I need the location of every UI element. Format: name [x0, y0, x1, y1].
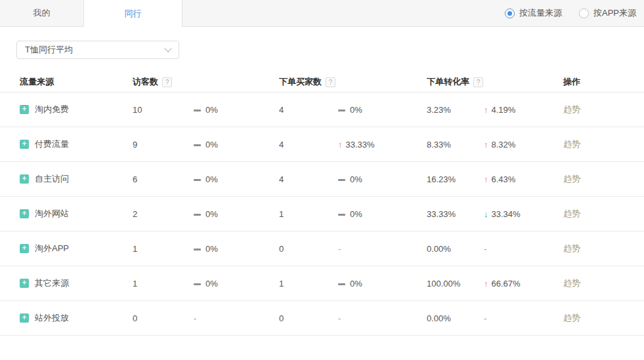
table-row: + 付费流量 9 0% 4 ↑33.33% 8.33% ↑8.32% 趋势: [0, 127, 644, 162]
conversion-value: 33.33%: [427, 209, 484, 219]
source-name: 淘内免费: [35, 104, 69, 115]
expand-plus-icon[interactable]: +: [20, 244, 29, 253]
buyers-value: 4: [279, 105, 338, 115]
visitors-value: 0: [133, 313, 194, 323]
table-row: + 淘内免费 10 0% 4 0% 3.23% ↑4.19% 趋势: [0, 92, 644, 127]
flat-change-icon: [194, 110, 201, 111]
tab-peers-label: 同行: [125, 8, 142, 20]
visitors-value: 10: [133, 105, 194, 115]
header-visitors: 访客数 ?: [133, 76, 279, 88]
action-cell: 趋势: [563, 312, 631, 324]
table-row: + 淘外网站 2 0% 1 0% 33.33% ↓33.34% 趋势: [0, 197, 644, 231]
help-icon[interactable]: ?: [473, 77, 483, 87]
visitors-value: 2: [133, 209, 194, 219]
table-body: + 淘内免费 10 0% 4 0% 3.23% ↑4.19% 趋势 + 付费流量…: [0, 92, 644, 336]
arrow-up-icon: ↑: [484, 279, 488, 289]
conversion-change: -: [484, 244, 563, 254]
expand-plus-icon[interactable]: +: [20, 209, 29, 218]
visitors-change: 0%: [194, 209, 279, 219]
visitors-change: 0%: [194, 174, 279, 184]
help-icon[interactable]: ?: [326, 77, 335, 87]
expand-plus-icon[interactable]: +: [20, 313, 29, 323]
expand-plus-icon[interactable]: +: [20, 105, 29, 114]
expand-plus-icon[interactable]: +: [20, 140, 29, 149]
tab-mine[interactable]: 我的: [0, 0, 84, 26]
header-actions: 操作: [563, 76, 631, 88]
buyers-value: 4: [279, 174, 338, 184]
source-name: 淘外网站: [35, 208, 69, 220]
conversion-value: 0.00%: [427, 313, 484, 323]
conversion-change: ↓33.34%: [484, 209, 563, 219]
trend-link[interactable]: 趋势: [563, 104, 580, 114]
radio-group: 按流量来源 按APP来源: [505, 0, 636, 26]
buyers-value: 1: [279, 209, 338, 219]
conversion-change: ↑66.67%: [484, 279, 563, 289]
visitors-change: 0%: [194, 244, 279, 254]
buyers-change: 0%: [338, 209, 427, 219]
buyers-change: ↑33.33%: [338, 140, 427, 150]
source-cell: + 站外投放: [20, 312, 133, 324]
chevron-down-icon: [164, 45, 171, 52]
conversion-value: 8.33%: [427, 140, 484, 150]
visitors-value: 1: [133, 279, 194, 289]
flat-change-icon: [338, 179, 345, 181]
source-cell: + 付费流量: [20, 138, 133, 150]
expand-plus-icon[interactable]: +: [20, 174, 29, 184]
buyers-value: 1: [279, 279, 338, 289]
visitors-value: 9: [133, 140, 194, 150]
conversion-value: 0.00%: [427, 244, 484, 254]
radio-by-traffic-source[interactable]: 按流量来源: [505, 7, 562, 19]
buyers-change: 0%: [338, 279, 427, 289]
header-order-conversion-rate: 下单转化率 ?: [427, 76, 563, 88]
trend-link[interactable]: 趋势: [563, 209, 580, 218]
visitors-change: -: [194, 313, 279, 323]
visitors-change: 0%: [194, 140, 279, 150]
tab-peers[interactable]: 同行: [84, 0, 182, 27]
flat-change-icon: [194, 249, 201, 250]
buyers-value: 4: [279, 140, 338, 150]
header-traffic-source: 流量来源: [20, 76, 133, 88]
table-row: + 淘外APP 1 0% 0 - 0.00% - 趋势: [0, 231, 644, 266]
radio-selected-icon: [505, 9, 515, 18]
visitors-value: 1: [133, 244, 194, 254]
conversion-change: ↑6.43%: [484, 174, 563, 184]
buyers-change: -: [338, 244, 427, 254]
header-order-buyers: 下单买家数 ?: [279, 76, 427, 88]
arrow-up-icon: ↑: [338, 140, 343, 150]
buyers-change: -: [338, 313, 427, 323]
peer-average-dropdown[interactable]: T恤同行平均: [16, 41, 179, 59]
source-name: 站外投放: [35, 312, 69, 324]
radio-by-traffic-source-label: 按流量来源: [519, 7, 562, 19]
flat-change-icon: [338, 110, 345, 111]
action-cell: 趋势: [563, 208, 631, 220]
arrow-down-icon: ↓: [484, 209, 488, 219]
buyers-value: 0: [279, 313, 338, 323]
peer-average-dropdown-value: T恤同行平均: [25, 44, 73, 56]
source-name: 其它来源: [35, 277, 69, 289]
source-cell: + 其它来源: [20, 277, 133, 289]
trend-link[interactable]: 趋势: [563, 174, 580, 184]
conversion-change: ↑8.32%: [484, 140, 563, 150]
tab-bar: 我的 同行 按流量来源 按APP来源: [0, 0, 644, 27]
action-cell: 趋势: [563, 277, 631, 289]
flat-change-icon: [194, 179, 201, 181]
buyers-change: 0%: [338, 105, 427, 115]
flat-change-icon: [194, 214, 201, 216]
trend-link[interactable]: 趋势: [563, 139, 580, 149]
arrow-up-icon: ↑: [484, 105, 488, 115]
trend-link[interactable]: 趋势: [563, 278, 580, 288]
conversion-value: 3.23%: [427, 105, 484, 115]
visitors-change: 0%: [194, 279, 279, 289]
action-cell: 趋势: [563, 104, 631, 115]
expand-plus-icon[interactable]: +: [20, 279, 29, 288]
trend-link[interactable]: 趋势: [563, 243, 580, 253]
action-cell: 趋势: [563, 138, 631, 150]
visitors-change: 0%: [194, 105, 279, 115]
trend-link[interactable]: 趋势: [563, 313, 580, 323]
help-icon[interactable]: ?: [162, 77, 172, 87]
action-cell: 趋势: [563, 243, 631, 254]
buyers-value: 0: [279, 244, 338, 254]
table-row: + 其它来源 1 0% 1 0% 100.00% ↑66.67% 趋势: [0, 266, 644, 301]
buyers-change: 0%: [338, 174, 427, 184]
radio-by-app-source[interactable]: 按APP来源: [579, 7, 636, 19]
